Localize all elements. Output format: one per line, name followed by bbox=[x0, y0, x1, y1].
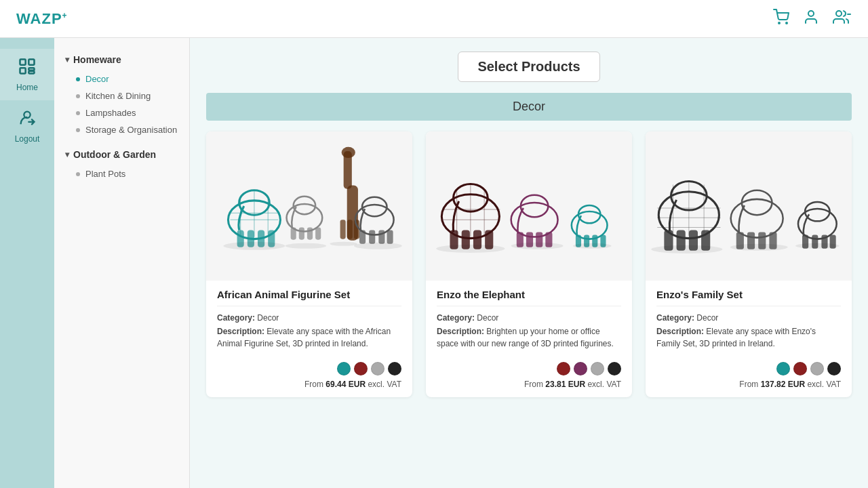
sidebar-item-logout[interactable]: Logout bbox=[0, 100, 54, 152]
logout-icon bbox=[18, 108, 37, 131]
swatch-purple[interactable] bbox=[574, 362, 587, 375]
logout-label: Logout bbox=[15, 134, 40, 144]
sidebar-item-home[interactable]: Home bbox=[0, 49, 54, 100]
storage-dot bbox=[76, 128, 80, 132]
svg-point-83 bbox=[742, 190, 772, 215]
svg-rect-39 bbox=[387, 230, 393, 243]
swatch-red3[interactable] bbox=[793, 362, 807, 375]
swatch-teal3[interactable] bbox=[776, 362, 790, 375]
cat-outdoor-label: Outdoor & Garden bbox=[73, 149, 156, 160]
svg-rect-25 bbox=[299, 227, 304, 239]
swatch-grey[interactable] bbox=[371, 362, 384, 375]
cat-kitchen-dining[interactable]: Kitchen & Dining bbox=[54, 87, 189, 104]
cat-plant-pots[interactable]: Plant Pots bbox=[54, 165, 189, 182]
logo: WAZP+ bbox=[16, 10, 68, 28]
home-label: Home bbox=[16, 83, 38, 92]
cat-homeware-label: Homeware bbox=[73, 54, 121, 65]
svg-rect-38 bbox=[378, 230, 384, 243]
swatch-black3[interactable] bbox=[827, 362, 841, 375]
main-content: Select Products Decor bbox=[190, 38, 868, 488]
user-icon[interactable] bbox=[803, 9, 819, 29]
product-image-enzo-elephant bbox=[426, 131, 632, 281]
svg-point-42 bbox=[330, 242, 357, 246]
product-price-enzo-elephant: From 23.81 EUR excl. VAT bbox=[524, 380, 621, 389]
header: WAZP+ bbox=[0, 0, 868, 38]
swatch-grey2[interactable] bbox=[591, 362, 604, 375]
product-price-enzos-family: From 137.82 EUR excl. VAT bbox=[739, 380, 841, 389]
cat-lampshades-label: Lampshades bbox=[85, 108, 136, 118]
cat-outdoor[interactable]: ▾ Outdoor & Garden bbox=[54, 144, 189, 165]
svg-point-40 bbox=[223, 242, 285, 250]
product-footer-enzos-family: From 137.82 EUR excl. VAT bbox=[646, 357, 852, 397]
product-name-african-animal: African Animal Figurine Set bbox=[217, 289, 401, 306]
swatch-grey3[interactable] bbox=[810, 362, 824, 375]
product-info-enzos-family: Enzo's Family Set Category: Decor Descri… bbox=[646, 281, 852, 357]
swatch-red[interactable] bbox=[354, 362, 368, 375]
swatch-black2[interactable] bbox=[608, 362, 621, 375]
color-swatches-african-animal bbox=[337, 362, 401, 375]
product-name-enzos-family: Enzo's Family Set bbox=[656, 289, 841, 306]
product-info-african-animal: African Animal Figurine Set Category: De… bbox=[206, 281, 412, 357]
svg-point-2 bbox=[808, 11, 814, 16]
svg-point-30 bbox=[342, 147, 355, 158]
product-footer-enzo-elephant: From 23.81 EUR excl. VAT bbox=[426, 357, 632, 397]
products-grid: African Animal Figurine Set Category: De… bbox=[206, 131, 852, 397]
product-card-enzos-family: Enzo's Family Set Category: Decor Descri… bbox=[646, 131, 852, 397]
swatch-black[interactable] bbox=[388, 362, 401, 375]
product-category-enzo-elephant: Category: Decor bbox=[437, 312, 621, 324]
top-bar: Select Products bbox=[206, 52, 852, 82]
svg-point-89 bbox=[805, 202, 829, 221]
svg-point-43 bbox=[354, 243, 402, 249]
svg-point-67 bbox=[436, 245, 505, 253]
select-products-button[interactable]: Select Products bbox=[458, 52, 599, 82]
plant-pots-dot bbox=[76, 172, 80, 176]
svg-rect-7 bbox=[20, 68, 26, 73]
svg-point-69 bbox=[573, 243, 612, 249]
product-desc-enzo-elephant: Description: Brighten up your home or of… bbox=[437, 325, 621, 350]
cat-homeware[interactable]: ▾ Homeware bbox=[54, 49, 189, 70]
svg-rect-32 bbox=[347, 220, 353, 239]
home-icon bbox=[18, 57, 37, 80]
svg-point-0 bbox=[778, 22, 780, 24]
product-category-enzos-family: Category: Decor bbox=[656, 312, 841, 324]
svg-rect-9 bbox=[28, 71, 34, 74]
homeware-arrow: ▾ bbox=[65, 55, 69, 64]
section-title: Decor bbox=[206, 93, 852, 121]
svg-rect-8 bbox=[28, 68, 34, 70]
cart-icon[interactable] bbox=[773, 9, 789, 29]
header-icons bbox=[773, 9, 852, 29]
cat-lampshades[interactable]: Lampshades bbox=[54, 104, 189, 121]
product-name-enzo-elephant: Enzo the Elephant bbox=[437, 289, 621, 306]
logo-text: WAZP bbox=[16, 10, 62, 27]
svg-point-96 bbox=[795, 243, 840, 249]
svg-point-41 bbox=[285, 243, 327, 249]
main-layout: Home Logout ▾ Homeware Decor Kitchen bbox=[0, 38, 868, 488]
swatch-darkred[interactable] bbox=[557, 362, 570, 375]
color-swatches-enzos-family bbox=[776, 362, 841, 375]
product-info-enzo-elephant: Enzo the Elephant Category: Decor Descri… bbox=[426, 281, 632, 357]
product-card-enzo-elephant: Enzo the Elephant Category: Decor Descri… bbox=[426, 131, 632, 397]
svg-point-94 bbox=[651, 245, 722, 253]
svg-point-3 bbox=[836, 11, 842, 16]
svg-rect-27 bbox=[315, 227, 321, 239]
svg-rect-31 bbox=[340, 220, 346, 239]
svg-point-1 bbox=[786, 22, 787, 24]
cat-decor[interactable]: Decor bbox=[54, 70, 189, 87]
svg-point-62 bbox=[578, 205, 600, 223]
sidebar-categories: ▾ Homeware Decor Kitchen & Dining Lampsh… bbox=[54, 38, 190, 488]
svg-rect-6 bbox=[28, 60, 34, 65]
cat-decor-label: Decor bbox=[85, 74, 109, 84]
svg-rect-24 bbox=[291, 227, 296, 239]
product-card-african-animal: African Animal Figurine Set Category: De… bbox=[206, 131, 412, 397]
lampshades-dot bbox=[76, 111, 80, 115]
svg-point-56 bbox=[521, 195, 549, 217]
swatch-teal[interactable] bbox=[337, 362, 351, 375]
product-desc-african-animal: Description: Elevate any space with the … bbox=[217, 325, 401, 350]
cat-plant-pots-label: Plant Pots bbox=[85, 169, 125, 179]
product-image-enzos-family bbox=[646, 131, 852, 281]
cat-storage[interactable]: Storage & Organisation bbox=[54, 121, 189, 138]
product-image-african-animal bbox=[206, 131, 412, 281]
users-icon[interactable] bbox=[833, 9, 852, 29]
svg-rect-37 bbox=[369, 230, 375, 243]
svg-rect-26 bbox=[307, 227, 313, 239]
